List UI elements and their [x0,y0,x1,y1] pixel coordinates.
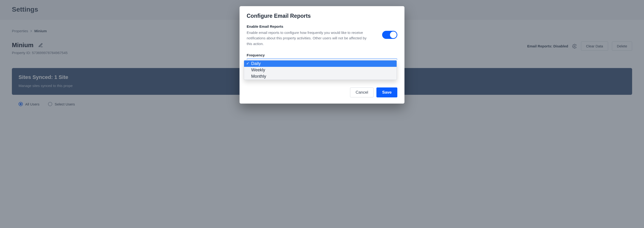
configure-email-reports-modal: Configure Email Reports Enable Email Rep… [240,6,404,104]
frequency-select[interactable] [247,59,397,59]
modal-title: Configure Email Reports [247,13,397,19]
toggle-knob-icon [390,31,396,38]
frequency-dropdown: Daily Weekly Monthly [244,60,397,80]
enable-email-reports-label: Enable Email Reports [247,24,397,28]
frequency-option-weekly[interactable]: Weekly [244,67,396,73]
frequency-option-monthly[interactable]: Monthly [244,73,396,80]
frequency-option-daily[interactable]: Daily [244,60,396,67]
save-button[interactable]: Save [376,88,397,97]
enable-email-reports-description: Enable email reports to configure how fr… [247,30,370,46]
cancel-button[interactable]: Cancel [350,88,374,97]
frequency-label: Frequency [247,53,397,57]
enable-email-reports-toggle[interactable] [382,31,397,39]
